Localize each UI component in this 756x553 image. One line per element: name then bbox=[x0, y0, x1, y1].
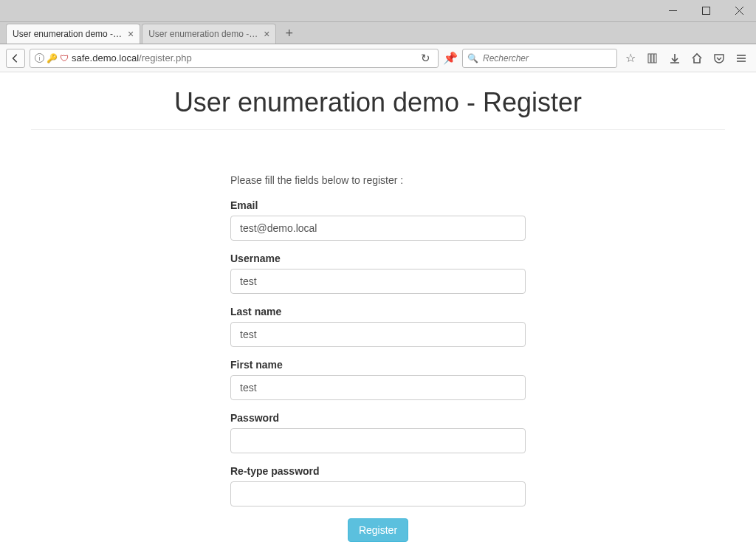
menu-icon[interactable] bbox=[732, 49, 750, 67]
search-bar[interactable]: 🔍 bbox=[462, 49, 617, 68]
url-bar[interactable]: i 🔑 🛡 safe.demo.local/register.php ↻ bbox=[30, 49, 439, 68]
home-icon[interactable] bbox=[688, 49, 706, 67]
info-icon: i bbox=[35, 53, 44, 63]
url-security-icons: i 🔑 🛡 bbox=[35, 53, 69, 63]
pin-icon[interactable]: 📌 bbox=[443, 51, 458, 65]
search-icon: 🔍 bbox=[467, 53, 478, 63]
tab-close-icon[interactable]: × bbox=[128, 29, 134, 39]
password-input[interactable] bbox=[230, 428, 526, 453]
browser-toolbar: i 🔑 🛡 safe.demo.local/register.php ↻ 📌 🔍… bbox=[0, 44, 756, 72]
svg-rect-5 bbox=[651, 54, 653, 63]
window-titlebar bbox=[0, 0, 756, 22]
email-label: Email bbox=[230, 199, 526, 211]
library-icon[interactable] bbox=[644, 49, 662, 67]
shield-slash-icon: 🛡 bbox=[60, 53, 69, 63]
url-text: safe.demo.local/register.php bbox=[72, 52, 192, 63]
register-form: Please fill the fields below to register… bbox=[230, 174, 526, 553]
page-viewport[interactable]: User enumeration demo - Register Please … bbox=[0, 72, 756, 553]
browser-tab-active[interactable]: User enumeration demo - Regist × bbox=[6, 24, 140, 44]
download-icon[interactable] bbox=[666, 49, 684, 67]
tab-title: User enumeration demo - Regist bbox=[13, 29, 123, 39]
lastname-label: Last name bbox=[230, 306, 526, 317]
password-label: Password bbox=[230, 412, 526, 424]
tab-close-icon[interactable]: × bbox=[264, 29, 269, 39]
search-input[interactable] bbox=[483, 53, 612, 63]
svg-rect-4 bbox=[648, 54, 650, 63]
browser-tab-inactive[interactable]: User enumeration demo - Regist × bbox=[142, 24, 276, 44]
pocket-icon[interactable] bbox=[710, 49, 728, 67]
username-label: Username bbox=[230, 253, 526, 264]
back-button[interactable] bbox=[6, 49, 25, 68]
svg-rect-1 bbox=[703, 7, 710, 15]
password2-label: Re-type password bbox=[230, 465, 526, 477]
tab-title: User enumeration demo - Regist bbox=[148, 29, 259, 39]
lastname-input[interactable] bbox=[230, 322, 526, 347]
key-icon: 🔑 bbox=[47, 53, 58, 63]
firstname-label: First name bbox=[230, 359, 526, 371]
form-intro: Please fill the fields below to register… bbox=[230, 174, 526, 186]
firstname-input[interactable] bbox=[230, 375, 526, 400]
username-input[interactable] bbox=[230, 269, 526, 294]
email-input[interactable] bbox=[230, 216, 526, 241]
new-tab-button[interactable]: + bbox=[278, 24, 300, 44]
page-heading: User enumeration demo - Register bbox=[31, 72, 725, 130]
svg-rect-6 bbox=[654, 54, 656, 63]
window-maximize-button[interactable] bbox=[690, 0, 723, 22]
tab-bar: User enumeration demo - Regist × User en… bbox=[0, 22, 756, 44]
window-close-button[interactable] bbox=[723, 0, 756, 22]
refresh-icon[interactable]: ↻ bbox=[421, 52, 430, 65]
bookmark-star-icon[interactable]: ☆ bbox=[622, 49, 639, 67]
register-button[interactable]: Register bbox=[348, 518, 408, 542]
password2-input[interactable] bbox=[230, 481, 526, 506]
window-minimize-button[interactable] bbox=[656, 0, 690, 22]
